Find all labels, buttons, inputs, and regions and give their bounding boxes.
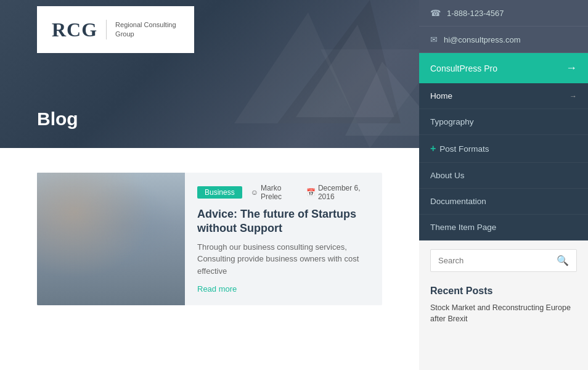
phone-number: 1-888-123-4567: [447, 9, 504, 18]
calendar-icon: 📅: [306, 188, 316, 197]
search-box: 🔍: [430, 249, 577, 272]
recent-posts-title: Recent Posts: [430, 286, 577, 297]
nav-label-theme: Theme Item Page: [430, 223, 496, 232]
nav-item-about[interactable]: About Us: [419, 163, 588, 189]
nav-label-about: About Us: [430, 171, 465, 180]
nav-label-home: Home: [430, 91, 452, 101]
article-card: Business ☺ Marko Prelec 📅 December 6, 20…: [37, 173, 382, 305]
contact-bar: ☎ 1-888-123-4567 ✉ hi@consultpress.com: [419, 0, 588, 53]
recent-posts-widget: Recent Posts Stock Market and Reconstruc…: [419, 281, 588, 329]
category-badge[interactable]: Business: [197, 186, 242, 199]
nav-menu: Home → Typography + Post Formats About U…: [419, 83, 588, 240]
phone-item[interactable]: ☎ 1-888-123-4567: [419, 0, 588, 27]
article-date: 📅 December 6, 2016: [306, 184, 370, 201]
main-content: Business ☺ Marko Prelec 📅 December 6, 20…: [0, 148, 419, 370]
read-more-link[interactable]: Read more: [197, 284, 237, 294]
sidebar: ☎ 1-888-123-4567 ✉ hi@consultpress.com C…: [419, 0, 588, 370]
nav-plus-icon: +: [430, 143, 436, 154]
article-title: Advice: The future of Startups without S…: [197, 207, 370, 236]
recent-post-item[interactable]: Stock Market and Reconstructing Europe a…: [430, 303, 577, 324]
nav-label-typography: Typography: [430, 117, 474, 126]
nav-item-post-formats[interactable]: + Post Formats: [419, 135, 588, 163]
article-image: [37, 173, 185, 305]
nav-label-post-formats: Post Formats: [439, 144, 577, 154]
logo-box[interactable]: RCG Regional ConsultingGroup: [37, 6, 194, 53]
email-item[interactable]: ✉ hi@consultpress.com: [419, 27, 588, 53]
page-title: Blog: [37, 109, 78, 130]
nav-item-documentation[interactable]: Documentation: [419, 189, 588, 215]
phone-icon: ☎: [430, 8, 441, 18]
article-body: Business ☺ Marko Prelec 📅 December 6, 20…: [185, 173, 382, 305]
cta-arrow-icon: →: [566, 62, 577, 75]
search-icon[interactable]: 🔍: [557, 255, 569, 266]
article-excerpt: Through our business consulting services…: [197, 241, 370, 278]
search-widget: 🔍: [419, 240, 588, 281]
author-icon: ☺: [251, 188, 258, 197]
nav-item-typography[interactable]: Typography: [419, 109, 588, 135]
nav-item-theme[interactable]: Theme Item Page: [419, 215, 588, 240]
cta-label: ConsultPress Pro: [430, 64, 497, 73]
nav-label-documentation: Documentation: [430, 197, 486, 206]
email-address: hi@consultpress.com: [444, 35, 520, 44]
logo-company-name: Regional ConsultingGroup: [115, 20, 176, 39]
cta-button[interactable]: ConsultPress Pro →: [419, 53, 588, 83]
article-author: ☺ Marko Prelec: [251, 184, 298, 201]
search-input[interactable]: [438, 256, 557, 265]
article-meta: Business ☺ Marko Prelec 📅 December 6, 20…: [197, 184, 370, 201]
email-icon: ✉: [430, 35, 438, 44]
logo-rcg: RCG: [52, 20, 107, 39]
nav-arrow-home: →: [570, 92, 577, 101]
nav-item-home[interactable]: Home →: [419, 83, 588, 109]
